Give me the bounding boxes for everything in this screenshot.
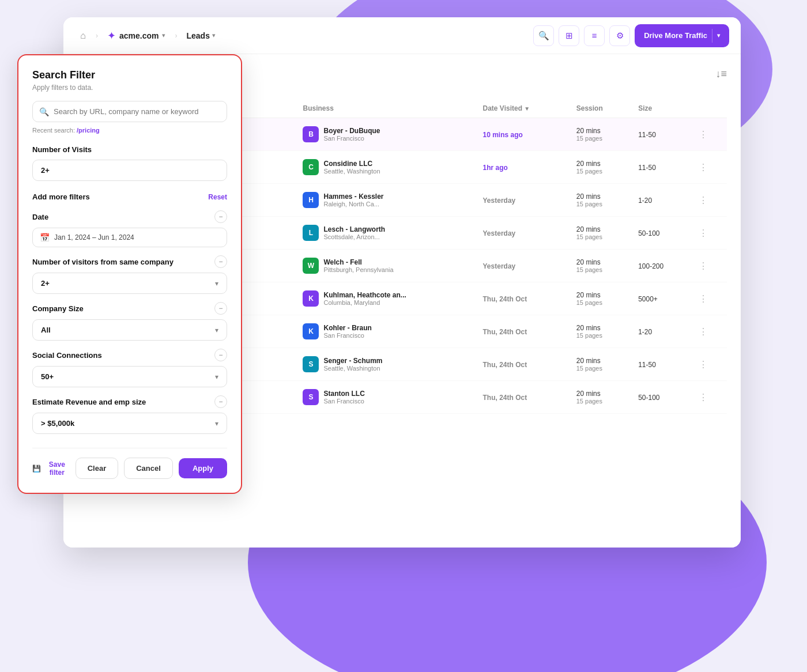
session-duration: 20 mins [576, 192, 624, 201]
date-visited: 10 mins ago [483, 131, 523, 139]
save-filter-label: Save filter [44, 460, 70, 477]
row-menu-button[interactable]: ⋮ [699, 261, 708, 271]
date-range-value: Jan 1, 2024 – Jun 1, 2024 [54, 233, 134, 241]
session-pages: 15 pages [576, 332, 624, 339]
same-company-label: Number of visitors from same company [32, 258, 174, 266]
session-pages: 15 pages [576, 233, 624, 240]
apply-button[interactable]: Apply [179, 458, 227, 478]
business-info: Considine LLC Seattle, Washington [323, 160, 380, 175]
business-logo: H [303, 192, 319, 208]
search-filter-panel: Search Filter Apply filters to data. 🔍 R… [17, 54, 242, 494]
col-size: Size [631, 99, 691, 118]
row-menu-button[interactable]: ⋮ [699, 195, 708, 205]
same-company-select[interactable]: 2+ ▾ [32, 273, 227, 294]
business-name: Hammes - Kessler [323, 192, 383, 201]
session-pages: 15 pages [576, 168, 624, 175]
leads-nav[interactable]: Leads ▾ [182, 29, 220, 43]
row-menu-button[interactable]: ⋮ [699, 130, 708, 139]
leads-chevron-icon: ▾ [212, 32, 216, 39]
date-range-picker[interactable]: 📅 Jan 1, 2024 – Jun 1, 2024 [32, 228, 227, 247]
list-view-button[interactable]: ≡ [584, 25, 605, 46]
session-duration: 20 mins [576, 324, 624, 332]
business-location: Raleigh, North Ca... [323, 201, 383, 207]
search-nav-button[interactable]: 🔍 [533, 25, 554, 46]
row-menu-button[interactable]: ⋮ [699, 327, 708, 337]
same-company-collapse[interactable]: − [214, 255, 227, 268]
nav-icons-group: 🔍 ⊞ ≡ ⚙ Drive More Traffic ▾ [533, 24, 729, 47]
business-location: San Francisco [323, 135, 380, 142]
business-location: Seattle, Washington [323, 168, 380, 175]
company-size-header: Company Size − [32, 302, 227, 315]
estimate-revenue-select[interactable]: > $5,000k ▾ [32, 413, 227, 434]
clear-button[interactable]: Clear [76, 458, 119, 479]
date-filter-header: Date − [32, 210, 227, 223]
filter-recent: Recent search: /pricing [32, 127, 227, 134]
row-menu-button[interactable]: ⋮ [699, 163, 708, 172]
social-connections-chevron-icon: ▾ [215, 373, 218, 381]
same-company-filter-section: Number of visitors from same company − 2… [32, 255, 227, 294]
size-badge: 100-200 [638, 262, 663, 270]
row-menu-button[interactable]: ⋮ [699, 294, 708, 304]
date-filter-section: Date − 📅 Jan 1, 2024 – Jun 1, 2024 [32, 210, 227, 247]
date-visited: Thu, 24th Oct [483, 295, 527, 303]
date-visited: Thu, 24th Oct [483, 361, 527, 369]
filter-search-input[interactable] [32, 101, 227, 122]
date-visited: Thu, 24th Oct [483, 328, 527, 336]
search-filter-wrap: 🔍 [32, 101, 227, 122]
social-connections-collapse[interactable]: − [214, 349, 227, 361]
save-filter-button[interactable]: 💾 Save filter [32, 460, 70, 477]
company-size-collapse[interactable]: − [214, 302, 227, 315]
brand-name: acme.com [119, 31, 159, 40]
estimate-revenue-value: > $5,000k [41, 419, 74, 428]
filter-subtitle: Apply filters to data. [32, 84, 227, 92]
business-name: Considine LLC [323, 160, 380, 168]
business-info: Kuhlman, Heathcote an... Columbia, Maryl… [323, 291, 406, 306]
date-visited: Yesterday [483, 229, 516, 237]
session-duration: 20 mins [576, 291, 624, 299]
home-button[interactable]: ⌂ [75, 28, 91, 44]
session-duration: 20 mins [576, 160, 624, 168]
date-filter-label: Date [32, 213, 48, 221]
grid-view-button[interactable]: ⊞ [559, 25, 579, 46]
row-menu-button[interactable]: ⋮ [699, 228, 708, 238]
filter-bottom-actions: 💾 Save filter Clear Cancel Apply [32, 448, 227, 479]
business-info: Senger - Schumm Seattle, Washington [323, 357, 382, 372]
business-info: Lesch - Langworth Scottsdale, Arizon... [323, 225, 385, 240]
button-divider [712, 29, 712, 43]
size-badge: 11-50 [638, 131, 656, 139]
brand-dropdown[interactable]: ✦ acme.com ▾ [103, 27, 170, 44]
filter-recent-link[interactable]: /pricing [77, 127, 100, 134]
save-filter-icon: 💾 [32, 465, 41, 473]
business-cell: H Hammes - Kessler Raleigh, North Ca... [303, 192, 469, 208]
estimate-revenue-chevron-icon: ▾ [215, 420, 218, 428]
add-more-filters-label: Add more filters [32, 192, 90, 201]
estimate-revenue-collapse[interactable]: − [214, 395, 227, 408]
social-connections-header: Social Connections − [32, 349, 227, 361]
settings-button[interactable]: ⚙ [609, 25, 630, 46]
business-location: Pittsburgh, Pennsylvania [323, 266, 393, 273]
date-filter-collapse[interactable]: − [214, 210, 227, 223]
cancel-button[interactable]: Cancel [124, 458, 173, 479]
business-logo: S [303, 389, 319, 405]
size-badge: 11-50 [638, 361, 656, 369]
row-menu-button[interactable]: ⋮ [699, 360, 708, 369]
session-pages: 15 pages [576, 201, 624, 207]
row-menu-button[interactable]: ⋮ [699, 392, 708, 402]
drive-traffic-button[interactable]: Drive More Traffic ▾ [635, 24, 729, 47]
business-cell: K Kohler - Braun San Francisco [303, 323, 469, 339]
size-badge: 50-100 [638, 394, 659, 402]
reset-button[interactable]: Reset [208, 193, 227, 201]
business-info: Stanton LLC San Francisco [323, 390, 364, 405]
col-business: Business [296, 99, 476, 118]
size-badge: 1-20 [638, 197, 652, 205]
size-badge: 50-100 [638, 229, 659, 237]
number-of-visits-input[interactable] [32, 160, 227, 181]
leads-nav-label: Leads [186, 31, 209, 40]
sort-button[interactable]: ↓≡ [715, 68, 727, 80]
add-more-filters-row: Add more filters Reset [32, 192, 227, 201]
business-name: Lesch - Langworth [323, 225, 385, 233]
business-logo: L [303, 225, 319, 241]
business-cell: W Welch - Fell Pittsburgh, Pennsylvania [303, 258, 469, 274]
social-connections-select[interactable]: 50+ ▾ [32, 366, 227, 387]
company-size-select[interactable]: All ▾ [32, 319, 227, 341]
